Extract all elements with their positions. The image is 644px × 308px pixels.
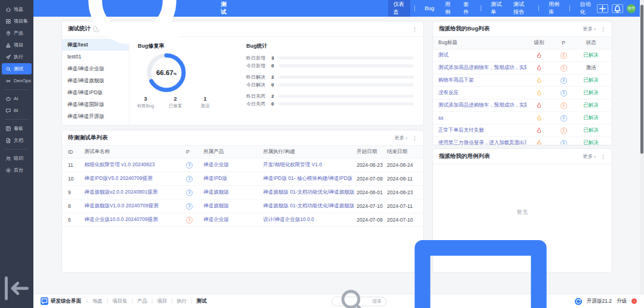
build-link[interactable]: 开发/精细化权限管理 V1.0 [263, 161, 357, 169]
build-link[interactable]: 禅道旗舰版 01-文档功能优化/禅道旗舰版 [263, 203, 357, 210]
table-row[interactable]: 测试添加商品进购物车，预期成功，实际 1 激活 [433, 62, 612, 74]
build-link[interactable]: 禅道旗舰版 01-文档功能优化/禅道旗舰版 [263, 189, 357, 196]
feedback-icon[interactable] [391, 212, 570, 308]
table-row[interactable]: 9 禅道旗舰版v2.0.0 20240801提测 3 禅道旗舰版 禅道旗舰版 0… [62, 186, 423, 200]
kebab-menu-icon[interactable]: ⋮ [600, 154, 606, 160]
sidebar-item[interactable]: 产品 [2, 27, 32, 39]
sidebar-collapse-icon[interactable] [0, 272, 33, 305]
zentao-logo-icon[interactable] [575, 298, 582, 305]
create-button[interactable] [597, 4, 608, 13]
kebab-menu-icon[interactable]: ⋮ [600, 26, 606, 32]
sidebar-item[interactable]: 项目集 [2, 15, 32, 27]
bug-title-link[interactable]: 没有反应 [438, 89, 527, 97]
product-link[interactable]: 禅道旗舰版 [203, 189, 263, 196]
bug-table-body: 测试 1 已解决 测试添加商品进购物车，预期成功，实际 1 激活 购物车商品下架… [433, 49, 612, 145]
sidebar-item[interactable]: 执行 [2, 51, 32, 63]
topbar-tab[interactable]: Bug [419, 0, 439, 17]
bar-track [278, 102, 414, 105]
footer-right: 开源版21.2 升级 ! [332, 212, 637, 308]
bar-track [278, 57, 414, 60]
notifications-button[interactable] [612, 4, 623, 13]
plus-icon [597, 4, 608, 14]
bug-title-link[interactable]: 测试 [438, 52, 527, 59]
sidebar-item[interactable]: DevOps [2, 75, 32, 86]
topbar-tab[interactable]: 测试单 [485, 0, 508, 17]
sidebar-item[interactable]: 后台 [2, 164, 32, 176]
sidebar-item[interactable]: 项目 [2, 39, 32, 51]
product-link[interactable]: 禅道企业版 [203, 161, 263, 169]
breadcrumb-item[interactable]: 项目 [147, 298, 167, 305]
table-row[interactable]: 购物车商品下架 3 已解决 [433, 74, 612, 87]
table-row[interactable]: 测试 1 已解决 [433, 49, 612, 62]
severity-cell [527, 90, 552, 97]
sidebar-item[interactable]: 测试 [2, 63, 32, 74]
bug-title-link[interactable]: 购物车商品下架 [438, 77, 527, 84]
sidebar-item[interactable]: 地盘 [2, 4, 32, 15]
footer-search[interactable] [332, 297, 386, 306]
bug-title-link[interactable]: 测试添加商品进购物车，预期成功，实际 [438, 64, 527, 71]
breadcrumb-item[interactable]: 项目集 [103, 298, 128, 305]
testtask-id: 11 [68, 162, 84, 168]
testtask-name-link[interactable]: 禅道IPD版V5.0 20240709提测 [84, 175, 186, 182]
bug-title-link[interactable]: 使用第三方微信登录，进入加载页面出现 [438, 139, 527, 145]
topbar-tab[interactable]: 用例 [439, 0, 458, 17]
table-row[interactable]: 没有反应 3 已解决 [433, 87, 612, 99]
product-list-item[interactable]: 禅道/禅道国际版 [62, 98, 129, 110]
sidebar-item[interactable]: 看板 [2, 123, 32, 134]
upgrade-link[interactable]: 升级 [617, 298, 627, 305]
avatar[interactable]: 管理 [627, 4, 636, 13]
table-row[interactable]: ss 3 已解决 [433, 112, 612, 125]
end-date: 2024-08-23 [387, 189, 417, 195]
product-link[interactable]: 禅道IPD版 [203, 175, 263, 182]
sidebar-item-icon [5, 78, 11, 84]
scrollbar-thumb[interactable] [640, 5, 643, 154]
breadcrumb-item[interactable]: 地盘 [92, 298, 103, 305]
build-link[interactable]: 禅道IPD版 01- 核心模块构建/禅道IPD版 [263, 175, 357, 182]
bar-value: 0 [271, 82, 278, 88]
table-row[interactable]: 11 精细化权限管理 v1.0 20240823 3 禅道企业版 开发/精细化权… [62, 158, 423, 172]
product-link[interactable]: 禅道旗舰版 [203, 203, 263, 210]
sidebar-item[interactable]: 组织 [2, 153, 32, 164]
breadcrumb-item[interactable]: 执行 [167, 298, 187, 305]
table-row[interactable]: 10 禅道IPD版V5.0 20240709提测 3 禅道IPD版 禅道IPD版… [62, 172, 423, 186]
testtask-name-link[interactable]: 禅道企业版10.0.0 20240709提测 [84, 216, 186, 223]
sidebar-item-label: 测试 [14, 66, 23, 72]
sidebar-group-main: 地盘 项目集 产品 项目 执行 测试 [0, 4, 33, 86]
product-list-item[interactable]: 禅道/禅道开源版 [62, 110, 129, 122]
sidebar-item[interactable]: AI [2, 93, 32, 104]
bar-row: 昨日解决 2 [246, 74, 414, 80]
table-row[interactable]: 正常下单后支付失败 1 已解决 [433, 125, 612, 137]
panel-title: 指派给我的用例列表 [439, 153, 490, 160]
breadcrumb-item[interactable]: 测试 [187, 298, 206, 305]
sidebar-item-label: 地盘 [14, 6, 23, 13]
search-input[interactable] [371, 298, 382, 304]
bug-title-link[interactable]: ss [438, 115, 527, 121]
assigned-bugs-panel: 指派给我的Bug列表 更多 › ⋮ Bug标题 级别 P 状态 测试 1 已解决 [432, 21, 612, 145]
sidebar-item[interactable]: BI [2, 105, 32, 116]
topbar-tab[interactable]: 自动化 [574, 0, 597, 17]
sidebar-item[interactable]: 文档 [2, 135, 32, 146]
bug-title-link[interactable]: 测试添加商品进购物车，预期成功，实际 [438, 102, 527, 109]
breadcrumb-item[interactable]: 产品 [128, 298, 147, 305]
kebab-menu-icon[interactable]: ⋮ [412, 135, 417, 141]
testtask-name-link[interactable]: 禅道旗舰版v2.0.0 20240801提测 [84, 189, 186, 196]
more-link[interactable]: 更多 › [583, 26, 596, 33]
table-row[interactable]: 使用第三方微信登录，进入加载页面出现 3 已解决 [433, 137, 612, 145]
priority-badge: 3 [561, 90, 567, 97]
more-link[interactable]: 更多 › [583, 153, 596, 160]
testtask-name-link[interactable]: 禅道旗舰版V1.0.0 20240709提测 [84, 203, 186, 210]
kebab-menu-icon[interactable]: ⋮ [412, 26, 417, 32]
app-switcher[interactable]: 研发综合界面 [41, 297, 81, 305]
topbar-tab[interactable]: 仪表盘 [388, 0, 411, 17]
topbar-tab[interactable]: 套件 [458, 0, 476, 17]
topbar-tab[interactable]: 用例库 [543, 0, 566, 17]
product-link[interactable]: 禅道企业版 [203, 216, 263, 223]
bar-label: 昨日新增 [246, 55, 270, 61]
table-row[interactable]: 测试添加商品进购物车，预期成功，实际 1 已解决 [433, 99, 612, 112]
topbar-tab[interactable]: 测试报告 [508, 0, 534, 17]
bug-title-link[interactable]: 正常下单后支付失败 [438, 127, 527, 134]
more-link[interactable]: 更多 › [394, 135, 407, 142]
version-label[interactable]: 开源版21.2 [587, 298, 612, 305]
testtask-name-link[interactable]: 精细化权限管理 v1.0 20240823 [84, 161, 186, 169]
product-list-item[interactable]: 禅道/禅道IPD版 [62, 86, 129, 98]
